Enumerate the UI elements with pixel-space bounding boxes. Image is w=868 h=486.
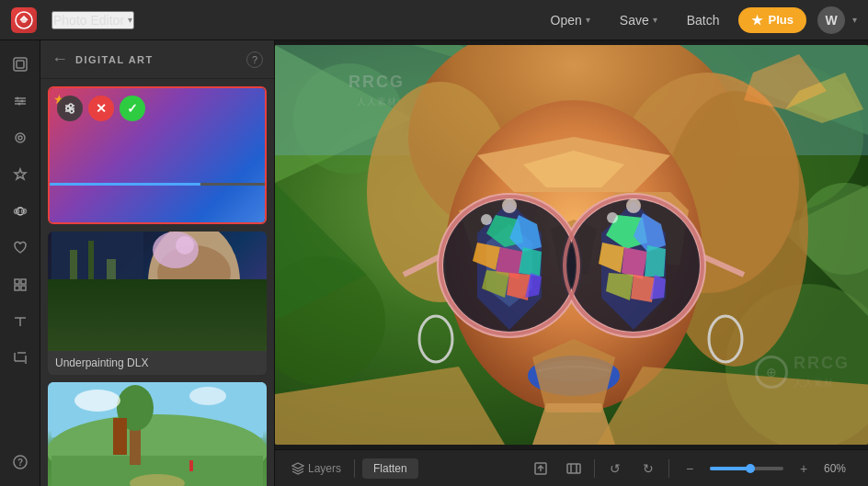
svg-point-36 bbox=[176, 236, 194, 254]
svg-point-31 bbox=[66, 107, 70, 110]
filter-thumb-oil bbox=[48, 382, 267, 486]
svg-rect-50 bbox=[189, 460, 193, 471]
svg-text:?: ? bbox=[17, 458, 22, 468]
canvas-svg bbox=[275, 45, 868, 445]
svg-point-116 bbox=[502, 198, 517, 213]
icon-bar-layers[interactable] bbox=[4, 195, 37, 228]
filter-controls: ✕ ✓ bbox=[57, 96, 145, 121]
batch-button[interactable]: Batch bbox=[676, 7, 731, 33]
svg-rect-37 bbox=[51, 232, 143, 351]
panel-back-button[interactable]: ← bbox=[51, 50, 68, 69]
panel-header: ← DIGITAL ART ? bbox=[40, 40, 274, 79]
canvas-area: RRCG 人人素材 ⊕ RRCG 人人素材 bbox=[275, 40, 868, 486]
plus-button[interactable]: ★ Plus bbox=[738, 7, 806, 33]
icon-bar-help[interactable]: ? bbox=[4, 446, 37, 479]
icon-bar-favorites[interactable] bbox=[4, 158, 37, 191]
plus-star-icon: ★ bbox=[751, 13, 763, 28]
filter-item-underpainting[interactable]: Underpainting DLX bbox=[48, 232, 267, 375]
app-title-text: Photo Editor bbox=[53, 13, 124, 28]
separator-2 bbox=[594, 459, 595, 478]
svg-point-11 bbox=[18, 136, 22, 140]
app-title-button[interactable]: Photo Editor ▾ bbox=[51, 11, 134, 29]
svg-point-48 bbox=[74, 390, 120, 412]
rotate-right-icon: ↻ bbox=[643, 461, 654, 476]
zoom-slider-container bbox=[710, 467, 783, 470]
canvas-expand-button[interactable] bbox=[528, 456, 554, 481]
filter-list: ★ ✕ bbox=[40, 79, 274, 486]
icon-bar: ? bbox=[0, 40, 40, 486]
save-button[interactable]: Save ▾ bbox=[609, 7, 668, 33]
svg-rect-18 bbox=[21, 286, 26, 290]
open-button[interactable]: Open ▾ bbox=[540, 7, 601, 33]
panel-help-label: ? bbox=[252, 54, 257, 65]
zoom-slider[interactable] bbox=[710, 467, 783, 470]
svg-point-1 bbox=[21, 17, 27, 23]
svg-point-46 bbox=[117, 385, 154, 431]
flatten-button[interactable]: Flatten bbox=[362, 458, 418, 479]
svg-point-117 bbox=[626, 198, 641, 213]
zoom-slider-fill bbox=[710, 467, 750, 470]
layers-button[interactable]: Layers bbox=[286, 458, 347, 479]
svg-rect-39 bbox=[88, 241, 94, 323]
zoom-in-button[interactable]: + bbox=[791, 456, 817, 481]
filter-item-oil[interactable]: Oil Painting DLX bbox=[48, 382, 267, 486]
batch-label: Batch bbox=[687, 13, 720, 28]
open-chevron: ▾ bbox=[586, 15, 590, 25]
icon-bar-view[interactable] bbox=[4, 121, 37, 154]
icon-bar-move[interactable] bbox=[4, 48, 37, 81]
user-initial: W bbox=[825, 13, 837, 28]
svg-point-119 bbox=[607, 212, 618, 223]
icon-bar-heart[interactable] bbox=[4, 232, 37, 265]
zoom-minus-icon: − bbox=[686, 461, 693, 476]
user-menu-chevron[interactable]: ▾ bbox=[852, 15, 857, 25]
panel-back-icon: ← bbox=[51, 50, 68, 69]
separator-3 bbox=[668, 459, 669, 478]
filter-progress-bar bbox=[50, 183, 200, 186]
svg-point-10 bbox=[16, 133, 25, 142]
icon-bar-crop[interactable] bbox=[4, 342, 37, 375]
svg-point-32 bbox=[70, 109, 74, 113]
filter-label-underpainting: Underpainting DLX bbox=[48, 351, 267, 375]
svg-point-49 bbox=[189, 387, 226, 405]
icon-bar-effects[interactable] bbox=[4, 85, 37, 118]
svg-marker-100 bbox=[645, 245, 666, 277]
app-title-chevron: ▾ bbox=[128, 15, 132, 25]
icon-bar-grid[interactable] bbox=[4, 268, 37, 301]
svg-rect-17 bbox=[15, 286, 19, 290]
panel: ← DIGITAL ART ? ★ bbox=[40, 40, 275, 486]
panel-help-button[interactable]: ? bbox=[246, 51, 263, 68]
app-logo-icon bbox=[11, 7, 37, 33]
svg-rect-40 bbox=[107, 259, 116, 323]
save-chevron: ▾ bbox=[653, 15, 657, 25]
svg-rect-41 bbox=[51, 314, 263, 351]
main-layout: ? ← DIGITAL ART ? ★ bbox=[0, 40, 868, 486]
svg-rect-15 bbox=[15, 279, 19, 284]
separator-1 bbox=[354, 459, 355, 478]
filter-accept-button[interactable]: ✓ bbox=[120, 96, 145, 121]
panel-title: DIGITAL ART bbox=[75, 54, 239, 65]
svg-point-118 bbox=[481, 214, 492, 225]
rotate-left-button[interactable]: ↺ bbox=[602, 456, 628, 481]
icon-bar-text[interactable] bbox=[4, 305, 37, 338]
canvas-wrapper[interactable]: RRCG 人人素材 ⊕ RRCG 人人素材 bbox=[275, 40, 868, 449]
flatten-label: Flatten bbox=[373, 462, 407, 475]
user-avatar[interactable]: W bbox=[817, 6, 845, 34]
rotate-right-button[interactable]: ↻ bbox=[635, 456, 661, 481]
zoom-plus-icon: + bbox=[800, 461, 807, 476]
logo-area bbox=[11, 7, 37, 33]
open-label: Open bbox=[551, 13, 582, 28]
zoom-slider-thumb[interactable] bbox=[746, 464, 755, 473]
svg-point-9 bbox=[17, 103, 20, 106]
svg-point-7 bbox=[16, 97, 18, 100]
filter-item-active[interactable]: ★ ✕ bbox=[48, 86, 267, 224]
svg-rect-125 bbox=[567, 464, 580, 473]
filter-cancel-button[interactable]: ✕ bbox=[88, 96, 114, 121]
svg-point-8 bbox=[20, 100, 23, 103]
zoom-out-button[interactable]: − bbox=[677, 456, 702, 481]
svg-rect-2 bbox=[14, 58, 27, 71]
bottom-toolbar: Layers Flatten bbox=[275, 449, 868, 486]
filter-thumb-underpainting bbox=[48, 232, 267, 351]
filter-sliders-button[interactable] bbox=[57, 96, 83, 121]
canvas-fit-button[interactable] bbox=[561, 456, 587, 481]
svg-rect-3 bbox=[17, 61, 24, 68]
